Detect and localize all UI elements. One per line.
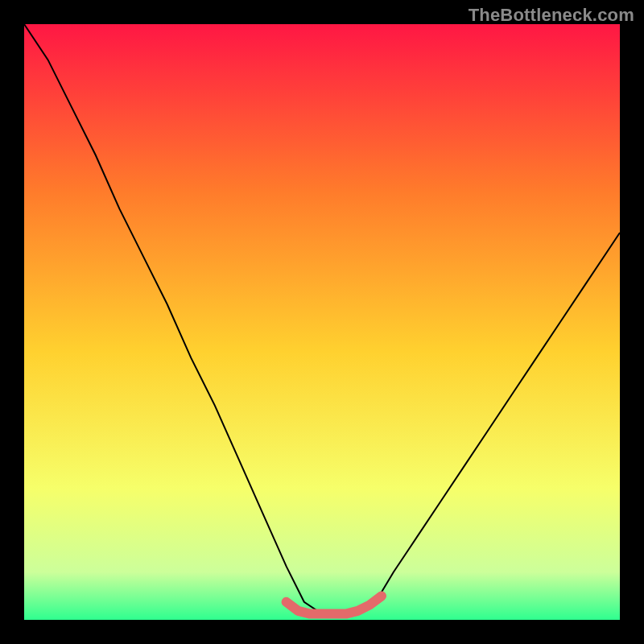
bottleneck-chart — [24, 24, 620, 620]
watermark-text: TheBottleneck.com — [469, 5, 634, 26]
plot-background — [24, 24, 620, 620]
chart-frame: TheBottleneck.com — [0, 0, 644, 644]
